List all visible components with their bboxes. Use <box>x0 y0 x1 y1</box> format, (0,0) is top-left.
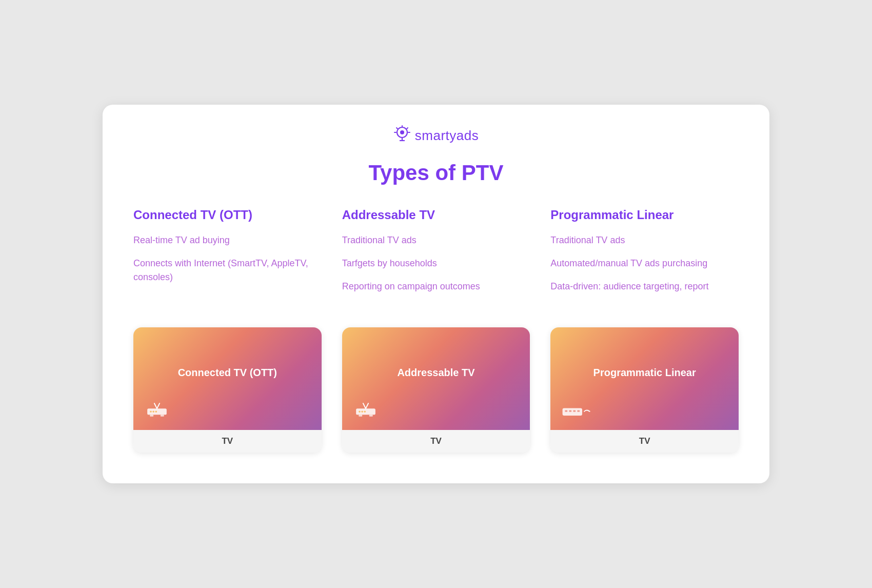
tv-card-addressable-footer: TV <box>342 430 530 453</box>
svg-line-11 <box>157 403 160 408</box>
col-2-item-3: Reporting on campaign outcomes <box>342 280 530 293</box>
svg-line-10 <box>154 403 157 408</box>
col-1-item-2: Connects with Internet (SmartTV, AppleTV… <box>133 257 322 284</box>
tv-card-programmatic-gradient: Programmatic Linear <box>550 327 739 430</box>
logo-area: smartyads <box>133 125 739 146</box>
tv-cards-row: Connected TV (OTT) <box>133 327 739 453</box>
svg-rect-16 <box>161 415 164 416</box>
tv-card-programmatic-footer: TV <box>550 430 739 453</box>
svg-line-5 <box>407 128 408 129</box>
tv-card-addressable: Addressable TV TV <box>342 327 530 453</box>
logo-icon <box>393 125 411 146</box>
col-2-title: Addressable TV <box>342 208 530 222</box>
svg-point-8 <box>400 130 404 134</box>
column-programmatic-linear: Programmatic Linear Traditional TV ads A… <box>550 208 739 303</box>
column-connected-tv: Connected TV (OTT) Real-time TV ad buyin… <box>133 208 322 303</box>
svg-point-13 <box>152 411 154 413</box>
col-3-item-1: Traditional TV ads <box>550 233 739 247</box>
remote-icon <box>562 404 590 421</box>
tv-card-addressable-label: Addressable TV <box>397 367 474 379</box>
col-3-title: Programmatic Linear <box>550 208 739 222</box>
svg-point-21 <box>361 411 363 413</box>
svg-line-18 <box>363 403 366 408</box>
svg-point-22 <box>364 411 365 413</box>
page-title: Types of PTV <box>133 161 739 185</box>
svg-point-14 <box>155 411 157 413</box>
tv-card-connected-label: Connected TV (OTT) <box>178 367 277 379</box>
svg-rect-24 <box>369 415 373 416</box>
svg-line-19 <box>366 403 368 408</box>
tv-card-connected-footer: TV <box>133 430 322 453</box>
col-2-item-2: Tarfgets by households <box>342 257 530 270</box>
col-3-item-3: Data-driven: audience targeting, report <box>550 280 739 293</box>
col-2-item-1: Traditional TV ads <box>342 233 530 247</box>
svg-rect-28 <box>573 410 576 412</box>
col-1-item-1: Real-time TV ad buying <box>133 233 322 247</box>
svg-line-4 <box>397 128 398 129</box>
svg-point-12 <box>150 411 151 413</box>
col-3-item-2: Automated/manual TV ads purchasing <box>550 257 739 270</box>
tv-card-programmatic-label: Programmatic Linear <box>593 367 696 379</box>
router-icon-2 <box>353 400 378 421</box>
tv-card-connected-gradient: Connected TV (OTT) <box>133 327 322 430</box>
svg-rect-27 <box>569 410 572 412</box>
column-addressable-tv: Addressable TV Traditional TV ads Tarfge… <box>342 208 530 303</box>
svg-point-20 <box>359 411 360 413</box>
svg-rect-29 <box>578 410 580 412</box>
tv-card-addressable-gradient: Addressable TV <box>342 327 530 430</box>
svg-rect-26 <box>565 410 568 412</box>
col-1-title: Connected TV (OTT) <box>133 208 322 222</box>
tv-card-programmatic: Programmatic Linear <box>550 327 739 453</box>
main-card: smartyads Types of PTV Connected TV (OTT… <box>103 105 769 483</box>
logo-text: smartyads <box>415 128 479 144</box>
router-icon-1 <box>145 400 169 421</box>
svg-rect-23 <box>359 415 362 416</box>
svg-rect-15 <box>150 415 153 416</box>
columns-section: Connected TV (OTT) Real-time TV ad buyin… <box>133 208 739 303</box>
tv-card-connected: Connected TV (OTT) <box>133 327 322 453</box>
